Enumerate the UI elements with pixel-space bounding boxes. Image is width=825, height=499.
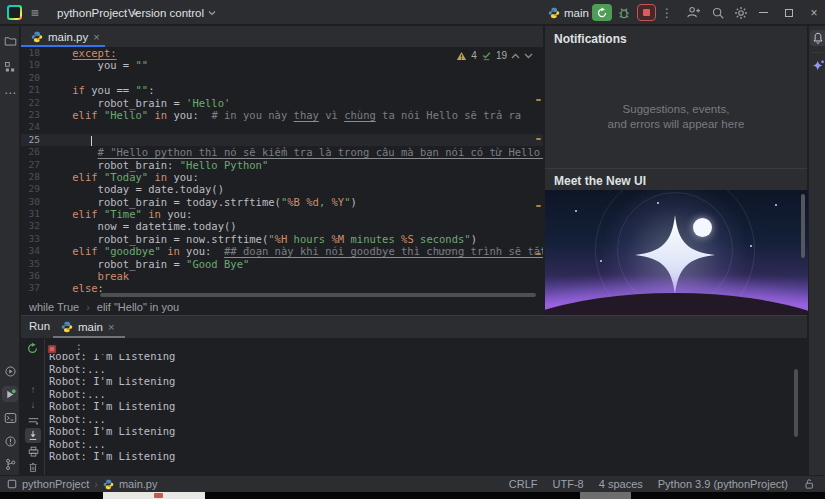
line-number[interactable]: 27	[21, 159, 40, 171]
line-number[interactable]: 18	[21, 47, 40, 59]
run-tab-main[interactable]: main ×	[55, 316, 120, 338]
line-number[interactable]: 30	[21, 196, 40, 208]
code-line[interactable]: 21 if you == "":	[21, 84, 543, 96]
error-stripe-mark[interactable]	[536, 253, 541, 255]
code-editor[interactable]: 18 except:19 you = ""2021 if you == "":2…	[21, 47, 543, 292]
code-line[interactable]: 28 elif "Today" in you:	[21, 171, 543, 183]
more-run-options-button[interactable]: ⋮	[661, 0, 673, 25]
interpreter-widget[interactable]: Python 3.9 (pythonProject)	[658, 478, 788, 490]
breadcrumb-item-elif[interactable]: elif "Hello" in you	[97, 301, 179, 313]
run-tool-button[interactable]	[2, 386, 18, 402]
line-number[interactable]: 28	[21, 171, 40, 183]
main-menu-button[interactable]	[31, 0, 39, 25]
vcs-menu[interactable]: Version control	[128, 0, 216, 25]
run-console[interactable]: Robot: I'm ListeningRobot:...Robot: I'm …	[49, 354, 789, 476]
line-number[interactable]: 33	[21, 233, 40, 245]
console-scrollbar[interactable]	[794, 369, 798, 437]
code-line[interactable]: 29 today = date.today()	[21, 183, 543, 195]
stop-icon[interactable]	[46, 343, 58, 355]
prev-problem-icon[interactable]	[511, 53, 520, 59]
error-stripe-mark[interactable]	[536, 99, 541, 101]
line-number[interactable]: 25	[21, 134, 40, 146]
code-line[interactable]: 20	[21, 72, 543, 84]
stop-button[interactable]	[637, 4, 656, 21]
line-number[interactable]: 31	[21, 208, 40, 220]
error-stripe-mark[interactable]	[536, 205, 541, 207]
tab-close-icon[interactable]: ×	[93, 31, 99, 43]
code-line[interactable]: 33 robot_brain = now.strftime("%H hours …	[21, 233, 543, 245]
line-number[interactable]: 20	[21, 72, 40, 84]
line-number[interactable]: 37	[21, 282, 40, 292]
inspection-widget[interactable]: 4 19	[454, 49, 535, 62]
code-line[interactable]: 30 robot_brain = today.strftime("%B %d, …	[21, 196, 543, 208]
print-icon[interactable]	[25, 444, 41, 459]
code-line[interactable]: 22 robot_brain = 'Hello'	[21, 97, 543, 109]
soft-wrap-icon[interactable]	[25, 413, 41, 428]
code-line[interactable]: 24	[21, 121, 543, 133]
code-line[interactable]: 26 # "Hello python thì nó sẽ kiểm tra là…	[21, 146, 543, 158]
code-line[interactable]: 23 elif "Hello" in you: # in you này tha…	[21, 109, 543, 121]
line-ending-widget[interactable]: CRLF	[509, 478, 538, 490]
line-number[interactable]: 22	[21, 97, 40, 109]
code-line[interactable]: 36 break	[21, 270, 543, 282]
rerun-button[interactable]	[592, 4, 612, 21]
settings-button[interactable]	[734, 0, 748, 25]
line-number[interactable]: 19	[21, 59, 40, 71]
line-number[interactable]: 36	[21, 270, 40, 282]
close-button[interactable]: ×	[801, 0, 825, 25]
debug-button[interactable]	[617, 0, 631, 25]
line-number[interactable]: 32	[21, 220, 40, 232]
project-tool-button[interactable]	[2, 33, 18, 49]
line-number[interactable]: 29	[21, 183, 40, 195]
code-line[interactable]: 32 now = datetime.today()	[21, 220, 543, 232]
search-everywhere-button[interactable]	[711, 0, 725, 25]
maximize-button[interactable]	[776, 0, 802, 25]
run-panel-title[interactable]: Run	[29, 320, 50, 332]
error-stripe-mark[interactable]	[536, 138, 541, 140]
panel-scrollbar[interactable]	[801, 194, 805, 258]
code-line[interactable]: 37 else:	[21, 282, 543, 292]
line-number[interactable]: 26	[21, 146, 40, 158]
notifications-tool-button[interactable]	[810, 30, 825, 46]
code-line[interactable]: 31 elif "Time" in you:	[21, 208, 543, 220]
breadcrumb-item-while[interactable]: while True	[29, 301, 79, 313]
code-line[interactable]: 34 elif "goodbye" in you: ## đoạn này kh…	[21, 245, 543, 257]
problems-tool-button[interactable]	[2, 433, 18, 449]
right-tool-strip	[808, 26, 825, 475]
code-line[interactable]: 25	[21, 134, 543, 146]
project-menu[interactable]: pythonProject	[57, 0, 139, 25]
structure-tool-button[interactable]	[2, 59, 18, 75]
statusbar-breadcrumb[interactable]: pythonProject › main.py	[0, 478, 157, 490]
unlock-icon[interactable]	[803, 478, 815, 490]
services-tool-button[interactable]	[2, 363, 18, 379]
ai-sparkle-tool-button[interactable]	[810, 57, 825, 73]
line-number[interactable]: 23	[21, 109, 40, 121]
clear-all-icon[interactable]	[25, 460, 41, 475]
code-line[interactable]: 35 robot_brain = "Good Bye"	[21, 258, 543, 270]
next-problem-icon[interactable]	[524, 53, 533, 59]
line-number[interactable]: 24	[21, 121, 40, 133]
editor-tab-main-py[interactable]: main.py ×	[25, 26, 106, 47]
scroll-to-end-icon[interactable]	[25, 428, 41, 443]
tab-close-icon[interactable]: ×	[108, 321, 114, 333]
minimize-button[interactable]	[750, 0, 776, 25]
statusbar-project[interactable]: pythonProject	[22, 478, 89, 490]
kebab-icon[interactable]: ⋮	[73, 343, 85, 355]
line-number[interactable]: 34	[21, 245, 40, 257]
encoding-widget[interactable]: UTF-8	[553, 478, 584, 490]
code-line[interactable]: 27 robot_brain: "Hello Python"	[21, 159, 543, 171]
meet-new-ui-header[interactable]: Meet the New UI	[554, 174, 646, 188]
run-config-label: main	[564, 7, 589, 19]
line-number[interactable]: 21	[21, 84, 40, 96]
down-stack-trace-icon[interactable]: ↓	[25, 397, 41, 412]
scrollbar-thumb[interactable]	[100, 293, 536, 297]
up-stack-trace-icon[interactable]: ↑	[25, 382, 41, 397]
more-tool-windows-button[interactable]: ⋯	[2, 85, 18, 101]
code-with-me-button[interactable]	[686, 0, 701, 25]
structure-icon	[4, 61, 16, 73]
line-number[interactable]: 35	[21, 258, 40, 270]
indent-widget[interactable]: 4 spaces	[599, 478, 643, 490]
terminal-tool-button[interactable]	[2, 410, 18, 426]
statusbar-file[interactable]: main.py	[119, 478, 158, 490]
git-tool-button[interactable]	[2, 456, 18, 472]
